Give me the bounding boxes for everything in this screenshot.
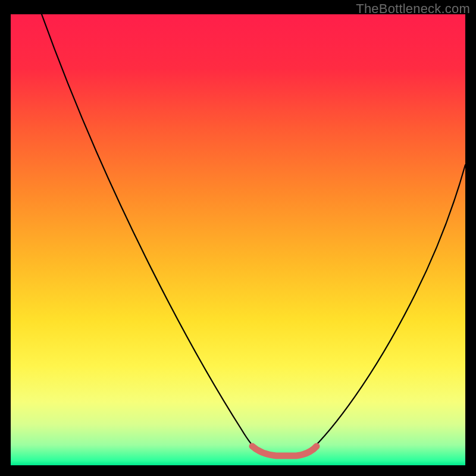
pink-trough-curve: [252, 446, 317, 456]
stage: TheBottleneck.com: [0, 0, 476, 476]
chart-plot-area: [11, 14, 465, 465]
black-left-curve: [42, 14, 259, 453]
black-right-curve: [308, 165, 465, 453]
chart-curves-layer: [11, 14, 465, 465]
watermark-text: TheBottleneck.com: [356, 1, 470, 17]
